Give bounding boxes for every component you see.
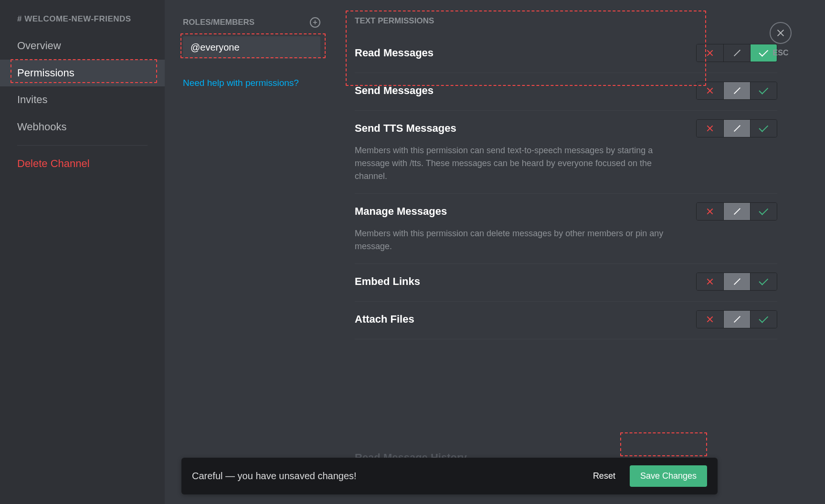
roles-header: ROLES/MEMBERS + xyxy=(183,17,320,28)
allow-button[interactable] xyxy=(750,82,777,99)
unsaved-message: Careful — you have unsaved changes! xyxy=(192,471,357,482)
add-role-icon[interactable]: + xyxy=(310,17,320,28)
slash-icon xyxy=(733,316,740,323)
x-icon xyxy=(706,125,714,132)
permission-toggle xyxy=(696,44,777,62)
permission-toggle xyxy=(696,119,777,137)
neutral-button[interactable] xyxy=(723,82,750,99)
sidebar-item-invites[interactable]: Invites xyxy=(0,86,165,114)
save-changes-button[interactable]: Save Changes xyxy=(630,465,707,487)
permission-title: Manage Messages xyxy=(355,205,447,218)
permission-toggle xyxy=(696,82,777,100)
settings-sidebar: # WELCOME-NEW-FRIENDS Overview Permissio… xyxy=(0,0,165,504)
deny-button[interactable] xyxy=(697,120,723,137)
permissions-panel: TEXT PERMISSIONS Read Messages Send Mess… xyxy=(332,0,825,504)
check-icon xyxy=(759,276,768,285)
check-icon xyxy=(759,47,768,57)
deny-button[interactable] xyxy=(697,203,723,220)
slash-icon xyxy=(733,278,740,285)
permission-description: Members with this permission can send te… xyxy=(355,144,679,183)
close-button[interactable] xyxy=(770,22,792,44)
deny-button[interactable] xyxy=(697,311,723,328)
neutral-button[interactable] xyxy=(723,273,750,290)
permission-description: Members with this permission can delete … xyxy=(355,227,679,253)
esc-label: ESC xyxy=(770,49,792,57)
sidebar-item-overview[interactable]: Overview xyxy=(0,32,165,60)
x-icon xyxy=(706,278,714,285)
slash-icon xyxy=(733,50,740,56)
unsaved-changes-bar: Careful — you have unsaved changes! Rese… xyxy=(181,458,718,494)
check-icon xyxy=(759,123,768,132)
permission-title: Embed Links xyxy=(355,275,420,288)
text-permissions-header: TEXT PERMISSIONS xyxy=(355,16,777,26)
permission-toggle xyxy=(696,202,777,220)
permission-row-embed-links: Embed Links xyxy=(355,264,777,302)
allow-button[interactable] xyxy=(750,311,777,328)
check-icon xyxy=(759,206,768,215)
x-icon xyxy=(706,208,714,215)
sidebar-item-permissions[interactable]: Permissions xyxy=(0,60,165,87)
close-settings: ESC xyxy=(770,22,792,57)
permission-row-send-tts: Send TTS Messages Members with this perm… xyxy=(355,111,777,194)
slash-icon xyxy=(733,87,740,94)
x-icon xyxy=(706,315,714,323)
permission-title: Attach Files xyxy=(355,313,414,326)
neutral-button[interactable] xyxy=(723,311,750,328)
x-icon xyxy=(706,87,714,94)
neutral-button[interactable] xyxy=(723,44,750,62)
permission-row-manage-messages: Manage Messages Members with this permis… xyxy=(355,194,777,264)
sidebar-item-webhooks[interactable]: Webhooks xyxy=(0,114,165,141)
slash-icon xyxy=(733,208,740,215)
channel-name-header: # WELCOME-NEW-FRIENDS xyxy=(0,14,165,32)
roles-header-label: ROLES/MEMBERS xyxy=(183,18,254,27)
permission-row-attach-files: Attach Files xyxy=(355,302,777,339)
permissions-help-link[interactable]: Need help with permissions? xyxy=(183,78,320,88)
role-item-everyone[interactable]: @everyone xyxy=(183,36,320,59)
deny-button[interactable] xyxy=(697,44,723,62)
permission-row-read-messages: Read Messages xyxy=(355,35,777,73)
allow-button[interactable] xyxy=(750,273,777,290)
x-icon xyxy=(706,49,714,57)
sidebar-divider xyxy=(17,145,148,146)
neutral-button[interactable] xyxy=(723,120,750,137)
check-icon xyxy=(759,85,768,94)
permission-toggle xyxy=(696,273,777,291)
close-icon xyxy=(776,28,785,38)
reset-button[interactable]: Reset xyxy=(593,471,615,481)
permission-title: Send Messages xyxy=(355,84,434,97)
permission-toggle xyxy=(696,310,777,328)
permission-title: Read Messages xyxy=(355,47,434,59)
neutral-button[interactable] xyxy=(723,203,750,220)
deny-button[interactable] xyxy=(697,82,723,99)
allow-button[interactable] xyxy=(750,120,777,137)
allow-button[interactable] xyxy=(750,203,777,220)
slash-icon xyxy=(733,125,740,132)
roles-column: ROLES/MEMBERS + @everyone Need help with… xyxy=(165,0,332,504)
delete-channel-button[interactable]: Delete Channel xyxy=(0,150,165,178)
permission-title: Send TTS Messages xyxy=(355,122,456,135)
deny-button[interactable] xyxy=(697,273,723,290)
permission-row-send-messages: Send Messages xyxy=(355,73,777,111)
check-icon xyxy=(759,314,768,323)
